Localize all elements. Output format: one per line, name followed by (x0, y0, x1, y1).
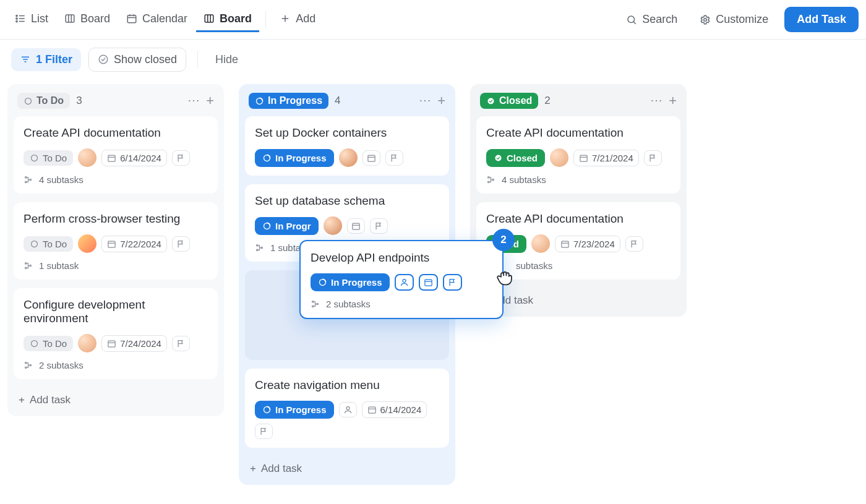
assignee-empty[interactable] (339, 402, 357, 417)
add-view[interactable]: Add (272, 7, 323, 32)
column-status-chip[interactable]: In Progress (249, 93, 328, 109)
assignee-avatar[interactable] (550, 148, 568, 167)
task-priority[interactable] (255, 424, 273, 439)
task-date[interactable] (362, 150, 380, 166)
svg-point-42 (25, 367, 27, 369)
assignee-avatar[interactable] (324, 216, 342, 235)
task-priority[interactable] (172, 336, 190, 351)
customize-action[interactable]: Customize (693, 9, 774, 30)
column-add[interactable] (437, 94, 445, 108)
task-date[interactable]: 7/23/2024 (555, 236, 620, 252)
svg-rect-33 (108, 241, 115, 247)
svg-rect-49 (352, 223, 359, 229)
task-status-chip[interactable]: In Progress (255, 401, 334, 419)
column-menu[interactable] (187, 94, 200, 108)
drag-count-badge: 2 (492, 229, 515, 251)
task-priority[interactable] (370, 218, 388, 234)
task-status-chip[interactable]: To Do (24, 336, 73, 351)
svg-point-71 (312, 301, 314, 303)
task-date[interactable] (347, 218, 365, 234)
task-status-chip[interactable]: Closed (486, 149, 545, 167)
task-date[interactable]: 6/14/2024 (362, 401, 427, 418)
task-subtasks[interactable]: 4 subtasks (24, 174, 208, 185)
task-date[interactable] (419, 274, 438, 291)
task-card[interactable]: Create API documentation To Do 6/14/2024… (14, 116, 218, 194)
assignee-avatar[interactable] (531, 234, 550, 253)
filter-pill[interactable]: 1 Filter (11, 48, 81, 71)
task-subtasks[interactable]: 2 subtasks (24, 360, 208, 370)
add-task-button[interactable]: + Add task (245, 456, 449, 481)
task-priority[interactable] (443, 274, 462, 291)
task-priority[interactable] (625, 236, 643, 252)
task-subtasks[interactable]: 2 subtasks (311, 299, 492, 309)
task-date[interactable]: 6/14/2024 (101, 150, 167, 166)
assignee-avatar[interactable] (78, 148, 96, 167)
assignee-empty[interactable] (395, 274, 414, 291)
task-subtasks[interactable]: 4 subtasks (486, 174, 671, 185)
column-menu[interactable] (650, 94, 662, 108)
task-status-chip[interactable]: In Progress (311, 273, 390, 291)
task-status-chip[interactable]: To Do (24, 236, 73, 252)
task-priority[interactable] (385, 150, 403, 166)
plus-icon: + (250, 463, 256, 475)
task-status-chip[interactable]: To Do (24, 150, 73, 166)
task-card[interactable]: Create navigation menu In Progress 6/14/… (245, 369, 449, 448)
svg-point-29 (25, 177, 27, 179)
task-date-label: 7/21/2024 (592, 153, 633, 163)
separator (197, 51, 198, 68)
add-view-label: Add (296, 12, 315, 25)
task-priority[interactable] (644, 150, 662, 166)
svg-point-68 (403, 280, 406, 283)
view-calendar[interactable]: Calendar (119, 7, 195, 32)
task-priority[interactable] (172, 236, 190, 252)
task-card[interactable]: Create API documentation Closed 7/21/202… (476, 116, 680, 194)
column-add[interactable] (206, 94, 214, 108)
task-status-chip[interactable]: In Progress (255, 149, 334, 167)
assignee-avatar[interactable] (339, 148, 358, 167)
search-action[interactable]: Search (620, 9, 684, 30)
assignee-avatar[interactable] (78, 234, 96, 253)
column-add[interactable] (669, 94, 677, 108)
column-status-chip[interactable]: To Do (17, 93, 70, 109)
add-task-button[interactable]: Add Task (784, 7, 859, 32)
svg-rect-65 (562, 241, 568, 247)
task-card[interactable]: Perform cross-browser testing To Do 7/22… (14, 202, 218, 280)
view-board-alt[interactable]: Board (57, 7, 118, 32)
svg-point-63 (488, 181, 490, 183)
progress-icon (262, 221, 272, 231)
view-list[interactable]: List (7, 7, 56, 32)
svg-point-32 (32, 241, 38, 247)
column-header: To Do 3 (14, 90, 218, 116)
task-subtasks-label: 1 subtask (39, 260, 79, 271)
column-menu[interactable] (419, 94, 431, 108)
show-closed-toggle[interactable]: Show closed (88, 48, 186, 72)
cursor-grab-icon (495, 267, 516, 288)
task-subtasks[interactable]: 1 subtask (24, 260, 208, 271)
task-date[interactable]: 7/24/2024 (101, 335, 167, 352)
task-card[interactable]: Set up Docker containers In Progress (245, 116, 449, 176)
flag-icon (390, 153, 399, 163)
task-priority[interactable] (172, 150, 190, 166)
hide-button[interactable]: Hide (209, 49, 244, 70)
column-name: In Progress (268, 95, 322, 106)
svg-point-0 (16, 15, 17, 16)
task-card[interactable]: Configure development environment To Do … (14, 288, 218, 379)
assignee-avatar[interactable] (78, 334, 96, 352)
svg-point-36 (25, 267, 27, 269)
svg-point-24 (99, 55, 108, 64)
svg-point-4 (16, 20, 17, 22)
task-status-chip[interactable]: In Progr (255, 217, 319, 235)
add-task-button[interactable]: + Add task (476, 288, 680, 313)
view-calendar-label: Calendar (142, 12, 187, 25)
svg-point-53 (261, 247, 263, 249)
view-board-active[interactable]: Board (196, 7, 259, 32)
board-icon (64, 13, 75, 24)
flag-icon (176, 239, 186, 249)
task-date[interactable]: 7/22/2024 (101, 236, 167, 252)
svg-point-58 (488, 98, 494, 104)
dragging-task-card[interactable]: Develop API endpoints In Progress 2 subt… (299, 240, 504, 319)
task-date[interactable]: 7/21/2024 (573, 150, 639, 166)
add-task-button[interactable]: + Add task (14, 388, 218, 412)
column-status-chip[interactable]: Closed (480, 93, 538, 109)
task-date-label: 7/22/2024 (120, 239, 161, 249)
